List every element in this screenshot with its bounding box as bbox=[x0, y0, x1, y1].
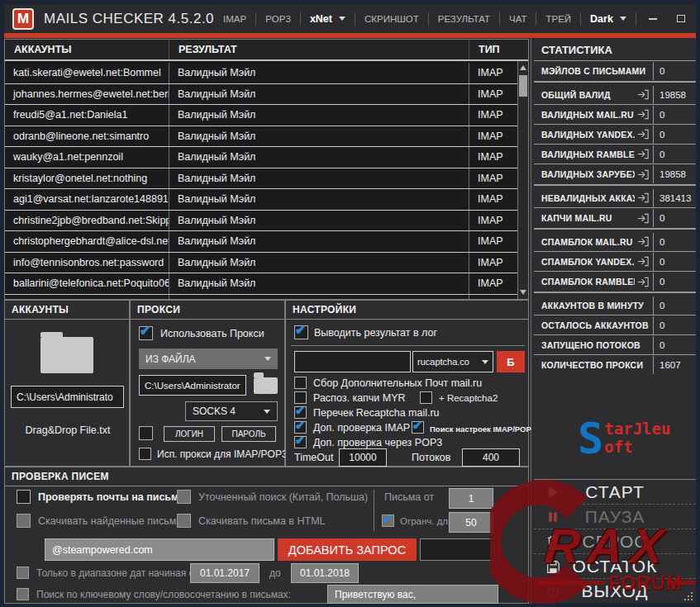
stat-value: 19858 bbox=[653, 165, 696, 183]
menu-pop3[interactable]: POP3 bbox=[256, 14, 300, 24]
download-found-checkbox[interactable] bbox=[17, 514, 31, 528]
imap-check-checkbox[interactable] bbox=[294, 421, 307, 434]
table-row[interactable]: johannes.hermes@ewetel.net:berlin8Валидн… bbox=[5, 84, 517, 106]
column-header-accounts[interactable]: АККАУНТЫ bbox=[5, 40, 169, 59]
imap-check-label: Доп. проверка IMAP bbox=[313, 422, 410, 434]
export-icon[interactable] bbox=[635, 88, 651, 101]
menu-screenshot[interactable]: СКРИНШОТ bbox=[355, 14, 428, 24]
chevron-down-icon bbox=[620, 17, 626, 21]
use-proxy-checkbox[interactable] bbox=[139, 326, 153, 340]
date-range-label: Только в диапазоне дат начиная с bbox=[36, 567, 194, 579]
menu-result[interactable]: РЕЗУЛЬТАТ bbox=[429, 14, 499, 24]
remainder-button[interactable]: ОСТАТОК bbox=[534, 554, 696, 579]
cell-account: christine2jpb@bredband.net:Skipper bbox=[5, 211, 169, 231]
timeout-label: TimeOut bbox=[294, 452, 333, 463]
proxy-auth-checkbox[interactable] bbox=[139, 426, 153, 440]
export-icon[interactable] bbox=[635, 235, 651, 248]
accent-bar bbox=[4, 33, 696, 38]
export-icon[interactable] bbox=[635, 108, 651, 121]
collect-extra-mail-checkbox[interactable] bbox=[294, 377, 307, 389]
reset-button[interactable]: СБРОС bbox=[534, 529, 696, 554]
column-header-type[interactable]: ТИП bbox=[469, 40, 517, 59]
export-icon[interactable] bbox=[635, 128, 651, 140]
accounts-path-input[interactable] bbox=[11, 386, 124, 408]
scroll-down-icon[interactable] bbox=[520, 290, 526, 295]
export-icon[interactable] bbox=[635, 168, 651, 181]
table-row[interactable]: ballarini@telefonica.net:Poquito06Валидн… bbox=[5, 273, 517, 295]
imap-pop-search-checkbox[interactable] bbox=[412, 421, 424, 434]
cell-account: johannes.hermes@ewetel.net:berlin8 bbox=[5, 84, 169, 105]
table-scrollbar[interactable] bbox=[517, 61, 528, 299]
resize-grip[interactable] bbox=[691, 599, 693, 600]
table-row[interactable]: freudi5@a1.net:Daniela1Валидный МэйлIMAP bbox=[5, 105, 517, 126]
table-row[interactable]: kristaylor@onetel.net:nothingВалидный Мэ… bbox=[5, 168, 517, 190]
use-proxy-imap-pop3-checkbox[interactable] bbox=[139, 448, 151, 460]
login-button[interactable]: ЛОГИН bbox=[164, 426, 215, 442]
main-menu: IMAP POP3 xNet СКРИНШОТ РЕЗУЛЬТАТ ЧАТ ТР… bbox=[214, 12, 636, 26]
timeout-input[interactable] bbox=[339, 448, 387, 467]
refined-search-checkbox[interactable] bbox=[177, 490, 191, 504]
export-icon[interactable] bbox=[635, 212, 651, 225]
pop3-check-checkbox[interactable] bbox=[294, 436, 307, 448]
check-mails-checkbox[interactable] bbox=[17, 490, 31, 504]
proxy-folder-icon[interactable] bbox=[254, 377, 278, 394]
date-to-box[interactable]: 01.01.2018 bbox=[291, 563, 359, 583]
table-row[interactable]: info@tennisonbros.net:passwordВалидный М… bbox=[5, 253, 517, 274]
scrollbar-thumb[interactable] bbox=[519, 75, 527, 97]
start-button[interactable]: СТАРТ bbox=[534, 480, 696, 505]
pause-button[interactable]: ПАУЗА bbox=[534, 505, 696, 529]
statistics-panel: СТАТИСТИКА МЭЙЛОВ С ПИСЬМАМИ0 ОБЩИЙ ВАЛИ… bbox=[534, 39, 696, 377]
download-html-checkbox[interactable] bbox=[177, 514, 191, 528]
brand-logo: S tarJleu oft bbox=[578, 420, 670, 457]
menu-tray[interactable]: ТРЕЙ bbox=[536, 14, 580, 24]
column-header-result[interactable]: РЕЗУЛЬТАТ bbox=[169, 40, 469, 59]
query-extra-input[interactable] bbox=[420, 538, 499, 561]
recaptcha2-checkbox[interactable] bbox=[420, 391, 432, 404]
folder-icon[interactable] bbox=[40, 337, 93, 373]
letters-from-value-box[interactable]: 1 bbox=[449, 488, 493, 509]
menu-imap[interactable]: IMAP bbox=[214, 14, 255, 24]
table-row[interactable]: wauky@a1.net:pennzoilВалидный МэйлIMAP bbox=[5, 147, 517, 168]
date-range-checkbox[interactable] bbox=[17, 567, 29, 579]
pop3-limit-value-box[interactable]: 50 bbox=[449, 512, 493, 533]
export-icon[interactable] bbox=[635, 276, 651, 288]
exit-button[interactable]: ВЫХОД bbox=[534, 579, 696, 604]
table-row[interactable]: agi1@varsat.net:lanzarote148891Валидный … bbox=[5, 189, 517, 211]
table-row[interactable]: christophergebhardt@alice-dsl.net:1Валид… bbox=[5, 231, 517, 253]
myr-captcha-label: Распоз. капчи MYR bbox=[313, 392, 406, 404]
cell-type: IMAP bbox=[469, 84, 517, 105]
proxy-source-dropdown[interactable]: ИЗ ФАЙЛА bbox=[139, 349, 278, 369]
captcha-service-dropdown[interactable]: rucaptcha.co bbox=[412, 351, 493, 372]
keyword-search-checkbox[interactable] bbox=[17, 588, 29, 600]
query-input[interactable] bbox=[45, 538, 274, 561]
cell-account: christophergebhardt@alice-dsl.net:1 bbox=[5, 231, 169, 252]
table-row[interactable]: kati.skerati@ewetel.net:BommelВалидный М… bbox=[5, 63, 517, 84]
export-icon[interactable] bbox=[635, 192, 651, 204]
date-from-box[interactable]: 01.01.2017 bbox=[190, 563, 260, 583]
captcha-key-input[interactable] bbox=[294, 351, 411, 372]
stat-row: НЕВАЛИДНЫХ АККАУНТОВ381413 bbox=[534, 188, 696, 208]
log-output-checkbox[interactable] bbox=[294, 325, 308, 339]
menu-xnet-dropdown[interactable]: xNet bbox=[301, 13, 355, 25]
balance-button[interactable]: Б bbox=[497, 351, 525, 372]
scroll-up-icon[interactable] bbox=[520, 65, 526, 70]
minimize-button[interactable] bbox=[646, 12, 660, 26]
export-icon[interactable] bbox=[635, 148, 651, 160]
threads-input[interactable] bbox=[462, 448, 520, 467]
table-row[interactable]: christine2jpb@bredband.net:SkipperВалидн… bbox=[5, 211, 517, 232]
theme-dropdown[interactable]: Dark bbox=[581, 13, 636, 25]
myr-captcha-checkbox[interactable] bbox=[294, 391, 307, 404]
perechek-recaptcha-checkbox[interactable] bbox=[294, 406, 307, 419]
table-row[interactable]: odranb@lineone.net:simantroВалидный Мэйл… bbox=[5, 126, 517, 148]
cell-type: IMAP bbox=[469, 231, 517, 252]
menu-chat[interactable]: ЧАТ bbox=[500, 14, 536, 24]
pop3-limit-checkbox[interactable] bbox=[382, 515, 394, 527]
password-button[interactable]: ПАРОЛЬ bbox=[221, 426, 276, 442]
proxy-path-input[interactable] bbox=[139, 375, 246, 396]
table-row[interactable]: karl@hli.net:d.107556Валидный МэйлIMAP bbox=[5, 295, 517, 300]
proxy-type-dropdown[interactable]: SOCKS 4 bbox=[185, 401, 278, 421]
keyword-value-box[interactable]: Приветствую вас, bbox=[327, 585, 498, 604]
export-icon[interactable] bbox=[635, 255, 651, 268]
maximize-button[interactable] bbox=[674, 12, 688, 26]
add-query-button[interactable]: ДОБАВИТЬ ЗАПРОС bbox=[278, 538, 417, 561]
